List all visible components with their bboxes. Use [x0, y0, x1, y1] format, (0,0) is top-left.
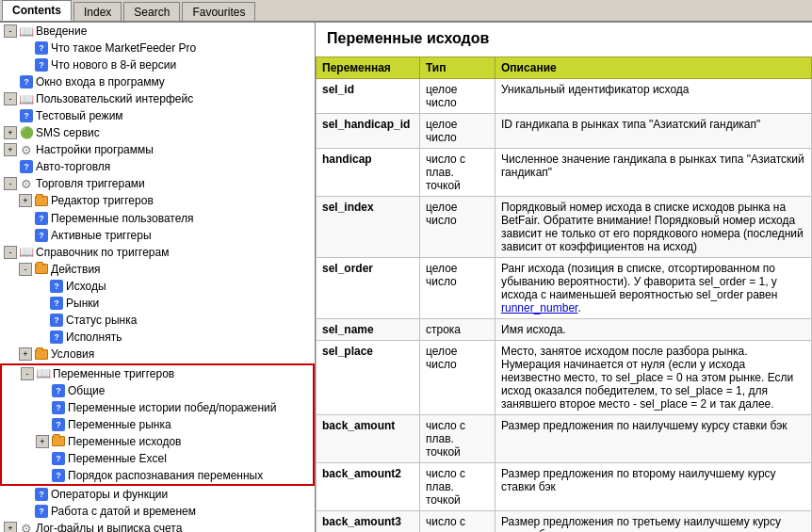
table-row: sel_orderцелое числоРанг исхода (позиция…: [317, 258, 812, 319]
tree-toggle-triggers[interactable]: -: [4, 177, 17, 190]
tab-search[interactable]: Search: [123, 2, 180, 21]
cell-type: целое число: [420, 197, 495, 258]
tree-item-execute[interactable]: ?Исполнять: [0, 329, 315, 346]
question-icon: ?: [49, 313, 64, 328]
cell-type: число с плав. точкой: [420, 511, 495, 533]
tree-item-logs[interactable]: +⚙Лог-файлы и выписка счета: [0, 520, 315, 532]
tree-item-common-vars[interactable]: ?Общие: [2, 382, 313, 399]
tree-item-login[interactable]: ?Окно входа в программу: [0, 73, 315, 90]
tree-label-trigger-vars-section: Переменные триггеров: [53, 367, 174, 380]
tree-label-outcome-vars: Переменные исходов: [68, 435, 182, 448]
folder-icon: [34, 262, 49, 277]
cell-type: число с плав. точкой: [420, 149, 495, 197]
tree-label-outcomes: Исходы: [66, 280, 106, 293]
cell-varname: sel_place: [317, 341, 420, 415]
tree-toggle-trigger-vars-section[interactable]: -: [21, 367, 34, 380]
tree-toggle-vvedenie[interactable]: -: [4, 24, 17, 38]
tree-item-reference[interactable]: -📖Справочник по триггерам: [0, 244, 315, 261]
variables-table: Переменная Тип Описание sel_idцелое числ…: [316, 56, 812, 532]
cell-varname: sel_index: [317, 197, 420, 258]
book-icon: 📖: [19, 24, 34, 39]
gear-icon: ⚙: [19, 176, 34, 191]
tree-label-win-loss-vars: Переменные истории побед/поражений: [68, 401, 277, 414]
tree-label-ops-funcs: Операторы и функции: [51, 488, 168, 501]
tree-item-trigger-editor[interactable]: +Редактор триггеров: [0, 192, 315, 210]
cell-type: целое число: [420, 258, 495, 319]
tree-toggle-logs[interactable]: +: [4, 522, 17, 532]
tree-item-sms[interactable]: +🟢SMS сервис: [0, 124, 315, 141]
question-icon: ?: [49, 296, 64, 311]
tab-index[interactable]: Index: [73, 2, 122, 21]
tree-item-actions[interactable]: -Действия: [0, 261, 315, 279]
tree-label-vvedenie: Введение: [36, 24, 87, 38]
tree-label-sms: SMS сервис: [36, 126, 100, 139]
tree-toggle-ui[interactable]: -: [4, 92, 17, 105]
tree-toggle-trigger-editor[interactable]: +: [19, 194, 32, 207]
main-area: -📖Введение?Что такое MarketFeeder Pro?Чт…: [0, 23, 812, 532]
question-icon: ?: [34, 228, 49, 243]
tree-label-conditions: Условия: [51, 347, 94, 361]
tree-item-ui[interactable]: -📖Пользовательский интерфейс: [0, 90, 315, 107]
question-icon: ?: [51, 468, 66, 483]
tree-item-conditions[interactable]: +Условия: [0, 346, 315, 363]
folder-icon: [34, 193, 49, 208]
tree-item-market-vars[interactable]: ?Переменные рынка: [2, 416, 313, 433]
tree-item-triggers[interactable]: -⚙Торговля триггерами: [0, 175, 315, 192]
tree-item-trigger-vars-section[interactable]: -📖Переменные триггеров: [2, 365, 313, 382]
tree-toggle-sms[interactable]: +: [4, 126, 17, 139]
tree-toggle-actions[interactable]: -: [19, 263, 32, 276]
question-icon: ?: [34, 504, 49, 519]
tree-item-ops-funcs[interactable]: ?Операторы и функции: [0, 486, 315, 503]
book-icon: 📖: [19, 91, 34, 106]
cell-varname: handicap: [317, 149, 420, 197]
table-row: handicapчисло с плав. точкойЧисленное зн…: [317, 149, 812, 197]
tree-item-datetime[interactable]: ?Работа с датой и временем: [0, 503, 315, 520]
green-circle-icon: 🟢: [19, 125, 34, 140]
cell-type: строка: [420, 319, 495, 341]
tree-toggle-conditions[interactable]: +: [19, 347, 32, 361]
tab-contents[interactable]: Contents: [2, 0, 72, 21]
tree-label-login: Окно входа в программу: [36, 75, 165, 89]
cell-varname: back_amount2: [317, 463, 420, 511]
tree-item-user-vars[interactable]: ?Переменные пользователя: [0, 210, 315, 227]
tree-item-autotrading[interactable]: ?Авто-торговля: [0, 158, 315, 175]
tree-toggle-settings[interactable]: +: [4, 143, 17, 156]
question-icon: ?: [49, 330, 64, 345]
tab-favourites[interactable]: Favourites: [182, 2, 255, 21]
runner-number-link[interactable]: runner_number: [501, 301, 577, 314]
tree-item-what-is[interactable]: ?Что такое MarketFeeder Pro: [0, 40, 315, 56]
tree-label-trigger-editor: Редактор триггеров: [51, 194, 154, 207]
table-row: back_amountчисло с плав. точкойРазмер пр…: [317, 415, 812, 463]
gear-icon: ⚙: [19, 142, 34, 157]
tree-label-active-triggers: Активные триггеры: [51, 229, 152, 242]
tree-item-active-triggers[interactable]: ?Активные триггеры: [0, 227, 315, 244]
question-icon: ?: [19, 74, 34, 89]
question-icon: ?: [51, 383, 66, 398]
tree-label-datetime: Работа с датой и временем: [51, 505, 196, 518]
cell-desc: Размер предложения по наилучшему курсу с…: [495, 415, 812, 463]
col-header-desc: Описание: [495, 57, 812, 79]
tree-item-excel-vars[interactable]: ?Переменные Excel: [2, 450, 313, 467]
tree-item-var-order[interactable]: ?Порядок распознавания переменных: [2, 467, 313, 484]
tree-label-user-vars: Переменные пользователя: [51, 212, 193, 225]
tree-item-outcome-vars[interactable]: +Переменные исходов: [2, 433, 313, 451]
tree-item-settings[interactable]: +⚙Настройки программы: [0, 141, 315, 158]
table-row: sel_placeцелое числоМесто, занятое исход…: [317, 341, 812, 415]
tree-label-what-new: Что нового в 8-й версии: [51, 58, 176, 72]
tree-item-outcomes[interactable]: ?Исходы: [0, 278, 315, 295]
right-panel: Переменные исходов Переменная Тип Описан…: [316, 23, 812, 532]
question-icon: ?: [19, 159, 34, 174]
folder-icon: [34, 347, 49, 362]
tree-label-reference: Справочник по триггерам: [36, 246, 169, 259]
tree-label-markets: Рынки: [66, 297, 99, 310]
tree-toggle-reference[interactable]: -: [4, 246, 17, 259]
cell-varname: sel_handicap_id: [317, 114, 420, 149]
tree-item-test-mode[interactable]: ?Тестовый режим: [0, 107, 315, 124]
tree-item-vvedenie[interactable]: -📖Введение: [0, 23, 315, 40]
tree-item-market-status[interactable]: ?Статус рынка: [0, 312, 315, 329]
gear-icon: ⚙: [19, 521, 34, 532]
tree-toggle-outcome-vars[interactable]: +: [36, 435, 49, 448]
tree-item-win-loss-vars[interactable]: ?Переменные истории побед/поражений: [2, 399, 313, 416]
tree-item-markets[interactable]: ?Рынки: [0, 295, 315, 312]
tree-item-what-new[interactable]: ?Что нового в 8-й версии: [0, 56, 315, 73]
